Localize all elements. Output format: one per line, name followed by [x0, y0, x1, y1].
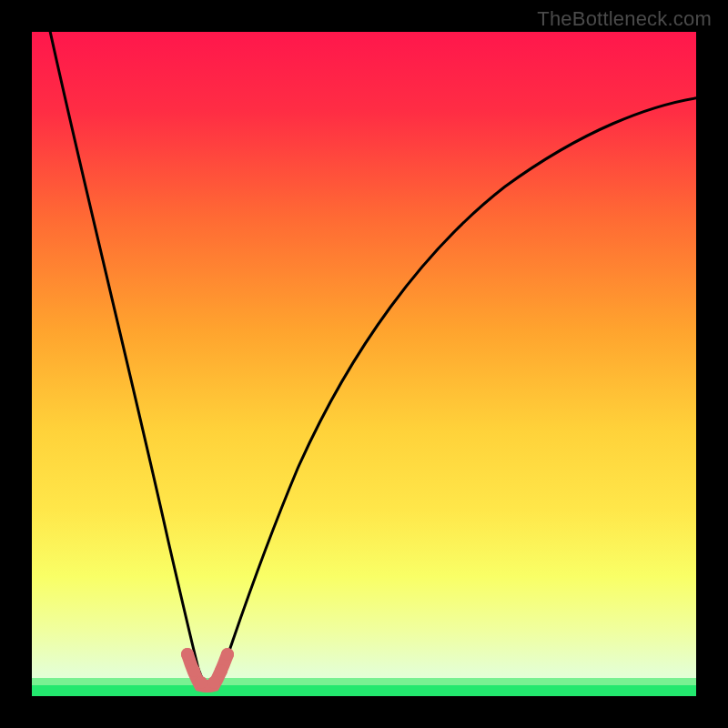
- salmon-dot: [207, 676, 220, 689]
- salmon-dot: [187, 664, 200, 677]
- salmon-dot: [195, 676, 207, 689]
- chart-frame: TheBottleneck.com: [0, 0, 728, 728]
- salmon-dot: [215, 664, 228, 677]
- chart-svg: [32, 32, 696, 696]
- watermark-text: TheBottleneck.com: [537, 7, 712, 31]
- green-baseline-band: [32, 685, 696, 696]
- salmon-dot: [221, 648, 234, 661]
- plot-area: [32, 32, 696, 696]
- green-baseline-fade: [32, 678, 696, 685]
- salmon-dot: [181, 648, 194, 661]
